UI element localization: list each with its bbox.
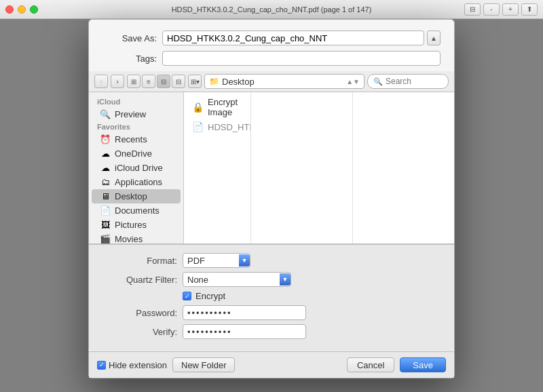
search-icon: 🔍: [373, 77, 383, 86]
zoom-in-button[interactable]: +: [502, 3, 519, 16]
sidebar-item-onedrive-label: OneDrive: [115, 149, 152, 159]
search-input[interactable]: [386, 77, 440, 86]
file-name-hdsd-pdf: HDSD_HTK...o_NNT.pdf: [208, 122, 250, 132]
sidebar: iCloud 🔍 Preview Favorites ⏰ Recents ☁ O…: [89, 92, 184, 243]
icon-view-button[interactable]: ⊞: [127, 75, 141, 88]
quartz-row: Quartz Filter: None ▼: [102, 272, 441, 287]
window-title: HDSD_HTKK3.0.2_Cung_cap_cho_NNT.pdf (pag…: [172, 5, 372, 14]
sidebar-item-documents[interactable]: 📄 Documents: [92, 203, 181, 218]
browser-main: iCloud 🔍 Preview Favorites ⏰ Recents ☁ O…: [89, 92, 454, 244]
movies-icon: 🎬: [100, 234, 111, 243]
hide-extension-checkbox[interactable]: ✓: [97, 361, 106, 370]
traffic-lights: [5, 5, 38, 14]
save-as-label: Save As:: [102, 33, 157, 43]
encrypt-checkbox[interactable]: ✓: [183, 292, 191, 300]
dialog-options: Format: PDF ▼ Quartz Filter: None ▼ ✓ En…: [89, 244, 454, 351]
hide-extension-label: Hide extension: [109, 360, 167, 370]
zoom-out-button[interactable]: -: [483, 3, 500, 16]
file-item-encrypt-image[interactable]: 🔒 Encrypt Image: [184, 95, 250, 119]
save-button[interactable]: Save: [400, 357, 446, 372]
format-row: Format: PDF ▼: [102, 253, 441, 268]
sidebar-item-desktop[interactable]: 🖥 Desktop: [92, 189, 181, 203]
sidebar-item-desktop-label: Desktop: [115, 191, 147, 201]
browser-toolbar: ‹ › ⊞ ≡ ⊟ ⊟ ⊞▾ 📁 Desktop ▲▼ 🔍: [89, 71, 454, 92]
location-chevron-icon: ▲▼: [346, 78, 360, 85]
dialog-header: Save As: ▲ Tags:: [89, 20, 454, 71]
sidebar-item-documents-label: Documents: [115, 205, 160, 216]
favorites-section-label: Favorites: [89, 121, 183, 132]
password-label: Password:: [102, 308, 177, 318]
search-box: 🔍: [367, 74, 449, 89]
view-buttons: ⊞ ≡ ⊟ ⊟: [127, 75, 185, 88]
encrypt-image-icon: 🔒: [192, 102, 204, 113]
onedrive-icon: ☁: [100, 149, 111, 159]
icloud-section-label: iCloud: [89, 96, 183, 107]
minimize-button[interactable]: [18, 5, 26, 14]
format-select-arrow-icon: ▼: [239, 254, 250, 267]
sidebar-item-applications[interactable]: 🗂 Applications: [92, 175, 181, 189]
quartz-select-arrow-icon: ▼: [280, 273, 291, 286]
sidebar-item-onedrive[interactable]: ☁ OneDrive: [92, 146, 181, 161]
icloud-drive-icon: ☁: [100, 163, 111, 173]
sidebar-item-icloud-drive-label: iCloud Drive: [115, 163, 163, 173]
file-name-encrypt-image: Encrypt Image: [208, 97, 242, 117]
pictures-icon: 🖼: [100, 220, 111, 230]
tags-row: Tags:: [102, 51, 441, 66]
verify-row: Verify:: [102, 324, 441, 339]
sidebar-item-recents-label: Recents: [115, 134, 147, 144]
gallery-view-button[interactable]: ⊟: [172, 75, 185, 88]
verify-label: Verify:: [102, 327, 177, 337]
pdf-icon: 📄: [192, 121, 204, 132]
sidebar-item-icloud-drive[interactable]: ☁ iCloud Drive: [92, 161, 181, 175]
encrypt-checkbox-row: ✓ Encrypt: [183, 291, 441, 301]
verify-input[interactable]: [183, 324, 306, 339]
forward-button[interactable]: ›: [111, 75, 124, 88]
sidebar-item-movies[interactable]: 🎬 Movies: [92, 232, 181, 243]
sidebar-toggle-button[interactable]: ⊟: [464, 3, 481, 16]
cancel-button[interactable]: Cancel: [347, 357, 394, 372]
location-text: Desktop: [222, 77, 343, 87]
save-as-row: Save As: ▲: [102, 31, 441, 45]
location-bar: 📁 Desktop ▲▼: [204, 74, 364, 89]
sidebar-item-preview-label: Preview: [115, 109, 146, 119]
quartz-label: Quartz Filter:: [102, 275, 177, 285]
format-value: PDF: [187, 256, 239, 266]
window-background: ⊟ - + ⬆ HDSD_HTKK3.0.2_Cung_cap_cho_NNT.…: [0, 0, 543, 392]
format-label: Format:: [102, 256, 177, 266]
save-as-input[interactable]: [162, 31, 424, 45]
applications-icon: 🗂: [100, 177, 111, 187]
back-button[interactable]: ‹: [94, 75, 108, 88]
encrypt-label: Encrypt: [195, 291, 225, 301]
sidebar-item-pictures-label: Pictures: [115, 220, 147, 230]
sidebar-item-pictures[interactable]: 🖼 Pictures: [92, 218, 181, 232]
list-view-button[interactable]: ≡: [142, 75, 155, 88]
sidebar-item-preview[interactable]: 🔍 Preview: [92, 107, 181, 121]
expand-collapse-button[interactable]: ▲: [427, 31, 441, 45]
title-bar: ⊟ - + ⬆ HDSD_HTKK3.0.2_Cung_cap_cho_NNT.…: [0, 0, 543, 19]
new-folder-button[interactable]: New Folder: [172, 357, 235, 372]
column-2: [250, 92, 352, 243]
documents-icon: 📄: [100, 205, 111, 216]
desktop-icon: 🖥: [100, 191, 111, 201]
tags-label: Tags:: [102, 54, 157, 64]
format-select[interactable]: PDF ▼: [183, 253, 250, 268]
file-item-hdsd-pdf[interactable]: 📄 HDSD_HTK...o_NNT.pdf: [184, 119, 250, 134]
dialog-footer: ✓ Hide extension New Folder Cancel Save: [89, 351, 454, 378]
file-list: 🔒 Encrypt Image 📄 HDSD_HTK...o_NNT.pdf: [184, 92, 250, 243]
password-row: Password:: [102, 305, 441, 320]
close-button[interactable]: [5, 5, 14, 14]
quartz-select[interactable]: None ▼: [183, 272, 291, 287]
password-input[interactable]: [183, 305, 306, 320]
column-view-button[interactable]: ⊟: [157, 75, 170, 88]
folder-icon: 📁: [209, 77, 219, 86]
hide-extension-row: ✓ Hide extension: [97, 360, 167, 370]
sidebar-item-recents[interactable]: ⏰ Recents: [92, 132, 181, 146]
save-dialog: Save As: ▲ Tags: ‹ › ⊞ ≡ ⊟ ⊟ ⊞▾ 📁 Deskto…: [88, 19, 455, 378]
tags-input[interactable]: [162, 51, 441, 66]
maximize-button[interactable]: [30, 5, 38, 14]
quartz-value: None: [187, 275, 280, 285]
arrange-button[interactable]: ⊞▾: [188, 75, 202, 88]
sidebar-item-movies-label: Movies: [115, 234, 143, 243]
sidebar-item-applications-label: Applications: [115, 177, 162, 187]
share-button[interactable]: ⬆: [521, 3, 538, 16]
